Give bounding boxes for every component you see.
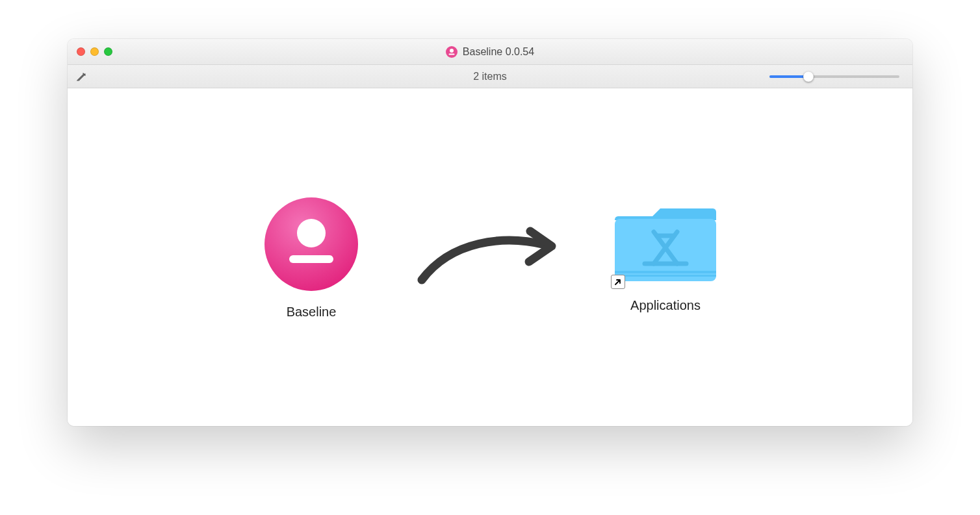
- baseline-app-icon: [446, 46, 458, 58]
- dmg-installer-window: Baseline 0.0.54 2 items: [68, 39, 912, 426]
- app-item[interactable]: Baseline: [263, 195, 360, 320]
- drag-arrow-icon: [412, 221, 561, 293]
- applications-folder-item[interactable]: Applications: [613, 202, 717, 313]
- maximize-button[interactable]: [104, 47, 112, 56]
- svg-rect-2: [448, 53, 454, 55]
- slider-fill: [769, 75, 808, 78]
- applications-item-label: Applications: [630, 298, 701, 313]
- slider-thumb[interactable]: [803, 71, 814, 82]
- close-button[interactable]: [77, 47, 85, 56]
- window-toolbar: 2 items: [68, 65, 912, 88]
- svg-point-0: [446, 46, 458, 58]
- dmg-content-area: Baseline: [68, 88, 912, 426]
- toolbar-action-icon[interactable]: [68, 71, 87, 82]
- baseline-app-icon: [263, 195, 360, 293]
- window-titlebar[interactable]: Baseline 0.0.54: [68, 39, 912, 65]
- svg-rect-5: [289, 255, 333, 263]
- applications-folder-icon: [613, 202, 717, 286]
- window-title: Baseline 0.0.54: [68, 46, 912, 58]
- svg-rect-8: [615, 275, 716, 277]
- svg-rect-7: [615, 271, 716, 273]
- window-title-text: Baseline 0.0.54: [463, 46, 534, 58]
- alias-arrow-icon: [611, 275, 625, 289]
- svg-point-4: [297, 219, 326, 247]
- app-item-label: Baseline: [287, 305, 337, 320]
- svg-point-1: [450, 49, 454, 53]
- icon-size-slider[interactable]: [769, 71, 912, 82]
- minimize-button[interactable]: [90, 47, 99, 56]
- traffic-lights: [68, 47, 112, 56]
